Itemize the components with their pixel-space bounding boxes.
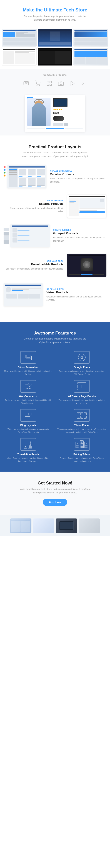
vc-icon bbox=[80, 80, 88, 87]
downloadable-tag: Sell your files bbox=[4, 260, 64, 262]
downloadable-name: Downloadable Products bbox=[4, 263, 64, 266]
device-card-3 bbox=[56, 519, 77, 533]
svg-point-17 bbox=[27, 388, 28, 389]
variable-desc: Show variations of the same product, add… bbox=[50, 177, 106, 183]
product-showcase-section: New ★★★★★ $329 bbox=[0, 91, 110, 135]
svg-rect-9 bbox=[47, 84, 49, 86]
plugin-woo bbox=[34, 80, 41, 87]
feature-translation: Translation Ready CyberStore can be easy… bbox=[4, 438, 53, 463]
woocommerce-name: WooCommerce bbox=[19, 395, 37, 398]
translation-name: Translation Ready bbox=[17, 453, 39, 456]
google-fonts-desc: Typography options are in your hands wit… bbox=[57, 370, 107, 376]
svg-rect-19 bbox=[25, 413, 28, 415]
camera-shape bbox=[80, 258, 93, 271]
wpbakery-blocks-icon bbox=[77, 382, 86, 390]
person-body bbox=[32, 103, 46, 126]
bottom-devices-section bbox=[0, 515, 110, 536]
blog-layouts-name: Blog Layouts bbox=[20, 424, 36, 427]
svg-point-6 bbox=[39, 85, 40, 86]
showcase-phone bbox=[53, 116, 64, 121]
plugin-slider bbox=[23, 80, 30, 87]
virtual-desc: Great for selling subscriptions, and all… bbox=[46, 295, 106, 302]
plugin-wpbakery bbox=[46, 80, 53, 87]
plugin-rev bbox=[69, 80, 76, 87]
slider-icon bbox=[23, 80, 30, 87]
svg-point-18 bbox=[30, 388, 30, 389]
screenshot-1 bbox=[2, 29, 37, 46]
rev-icon bbox=[69, 80, 76, 87]
downloadable-screenshot bbox=[67, 254, 106, 277]
showcase-device bbox=[53, 98, 68, 107]
wpbakery-icon-box bbox=[74, 380, 90, 393]
svg-rect-10 bbox=[50, 84, 51, 86]
plugin-camera bbox=[57, 80, 65, 87]
svg-point-11 bbox=[60, 83, 62, 85]
feature-google-fonts: G Google Fonts Typography options are in… bbox=[57, 351, 107, 376]
external-name: External Products bbox=[4, 202, 64, 206]
virtual-name: Virtual Products bbox=[46, 291, 106, 294]
svg-point-1 bbox=[25, 83, 26, 84]
layout-item-downloadable: Sell your files Downloadable Products Se… bbox=[4, 254, 106, 277]
pricing-tables-desc: Present offers to your customers with Cy… bbox=[57, 457, 107, 463]
feature-slider-revolution: Slider Revolution Make beautiful sliders… bbox=[4, 351, 53, 376]
blog-layouts-icon-box bbox=[20, 409, 36, 422]
variable-name: Variable Products bbox=[50, 173, 106, 176]
woocommerce-desc: Easily set up shop thanks to the full co… bbox=[4, 399, 53, 405]
slider-revolution-desc: Make beautiful sliders with this powerfu… bbox=[4, 370, 53, 376]
feature-icon-packs: ☆ ♡ ◎ △ □ ◇ 7 Icon Packs Typography opti… bbox=[57, 409, 107, 434]
grouped-desc: List several products in a bundle, sell … bbox=[53, 236, 106, 243]
hero-title-highlight: Tech Store bbox=[64, 7, 87, 12]
hero-subtitle: Choose the perfect homepage for your nee… bbox=[21, 14, 89, 22]
device-card-2 bbox=[33, 519, 54, 533]
showcase-stars: ★★★★★ bbox=[53, 108, 83, 111]
product-layouts-section: Practical Product Layouts CyberStore let… bbox=[0, 135, 110, 321]
woocommerce-icon-box: $ bbox=[20, 380, 36, 393]
variable-screenshot bbox=[7, 165, 46, 188]
wpbakery-name: WPBakery Page Builder bbox=[68, 395, 96, 398]
svg-rect-8 bbox=[50, 81, 51, 83]
translation-desc: CyberStore can be easy translated to any… bbox=[4, 457, 53, 463]
icon-packs-grid-icon: ☆ ♡ ◎ △ □ ◇ bbox=[77, 412, 86, 418]
showcase-card: New ★★★★★ $329 bbox=[25, 95, 85, 132]
grouped-name: Grouped Products bbox=[53, 232, 106, 235]
virtual-info: Go fully digital Virtual Products Great … bbox=[46, 288, 106, 302]
feature-woocommerce: $ WooCommerce Easily set up shop thanks … bbox=[4, 380, 53, 405]
translation-icon-box bbox=[20, 438, 36, 451]
virtual-screenshot bbox=[4, 283, 43, 306]
product-layouts-subtitle: CyberStore lets you create a variety of … bbox=[19, 151, 91, 158]
device-card-4 bbox=[79, 519, 100, 533]
grouped-screenshot bbox=[10, 224, 50, 247]
svg-point-5 bbox=[37, 85, 37, 86]
grouped-info: Create bundles Grouped Products List sev… bbox=[53, 229, 106, 243]
pricing-tables-name: Pricing Tables bbox=[73, 453, 90, 456]
wpbakery-icon bbox=[46, 80, 53, 87]
icon-packs-icon-box: ☆ ♡ ◎ △ □ ◇ bbox=[74, 409, 90, 422]
virtual-tag: Go fully digital bbox=[46, 288, 106, 290]
purchase-button[interactable]: Purchase bbox=[43, 499, 67, 506]
showcase-person bbox=[27, 98, 50, 126]
showcase-content: ★★★★★ $329 bbox=[27, 98, 83, 126]
svg-rect-7 bbox=[47, 81, 49, 83]
plugin-icons-list bbox=[4, 80, 106, 87]
layout-item-virtual: Go fully digital Virtual Products Great … bbox=[4, 283, 106, 306]
awesome-features-section: Awesome Feautures Create an attention gr… bbox=[0, 321, 110, 472]
features-grid: Slider Revolution Make beautiful sliders… bbox=[4, 351, 106, 463]
feature-pricing-tables: $ $ $ bbox=[57, 438, 107, 463]
product-layouts-title: Practical Product Layouts bbox=[4, 145, 106, 149]
compatible-plugins-section: Compatible Plugins bbox=[0, 69, 110, 91]
external-desc: Showcase your affiliate partners product… bbox=[4, 207, 64, 213]
external-info: Be an Affiliate External Products Showca… bbox=[4, 199, 64, 213]
variable-tag: Manage differently bbox=[50, 170, 106, 172]
features-subtitle: Create an attention grabbing website wit… bbox=[19, 337, 91, 344]
pricing-tables-icon-box: $ $ $ bbox=[74, 438, 90, 451]
layout-item-grouped: Create bundles Grouped Products List sev… bbox=[4, 224, 106, 247]
hero-title-normal: Make the Ultimate bbox=[23, 7, 62, 12]
slider-revolution-icon-box bbox=[20, 351, 36, 364]
hero-section: Make the Ultimate Tech Store Choose the … bbox=[0, 0, 110, 29]
svg-rect-20 bbox=[28, 413, 31, 415]
google-fonts-icon-box: G bbox=[74, 351, 90, 364]
feature-wpbakery: WPBakery Page Builder This awesome drag … bbox=[57, 380, 107, 405]
icon-packs-desc: Typography options are in your hands fro… bbox=[57, 428, 107, 434]
woo-icon bbox=[34, 80, 41, 87]
svg-rect-14 bbox=[25, 356, 31, 360]
